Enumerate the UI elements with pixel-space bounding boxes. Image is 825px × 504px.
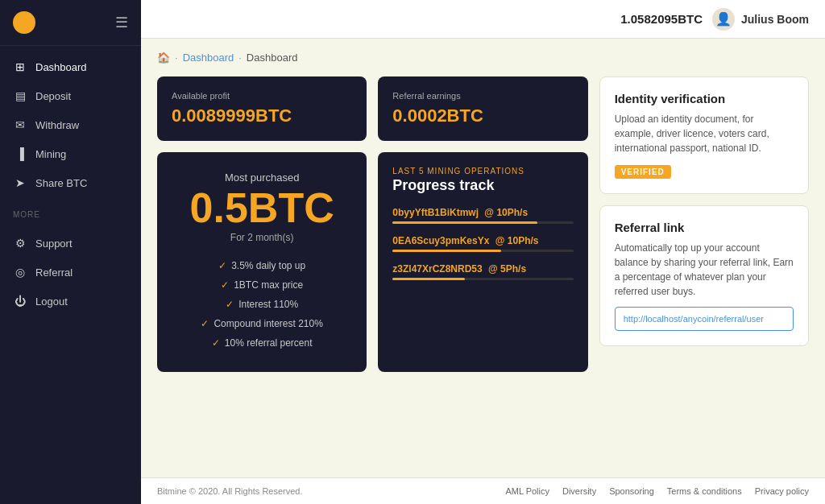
mining-op-id: 0byyYftB1BiKtmwj bbox=[392, 207, 479, 218]
breadcrumb-link-dashboard[interactable]: Dashboard bbox=[183, 52, 234, 64]
mining-op-id: z3Zl47XrCZ8NRD53 bbox=[392, 263, 482, 275]
most-purchased-card: Most purchased 0.5BTC For 2 month(s) ✓3.… bbox=[157, 152, 367, 372]
sidebar-item-support[interactable]: ⚙ Support bbox=[0, 229, 141, 258]
sidebar-item-dashboard[interactable]: ⊞ Dashboard bbox=[0, 52, 141, 81]
dashboard-icon: ⊞ bbox=[13, 60, 27, 73]
sidebar-item-deposit[interactable]: ▤ Deposit bbox=[0, 81, 141, 110]
home-icon: 🏠 bbox=[157, 52, 170, 64]
hamburger-icon[interactable]: ☰ bbox=[115, 14, 128, 31]
referral-link-box[interactable]: http://localhost/anycoin/referral/user bbox=[615, 307, 794, 331]
mining-bar-bg bbox=[392, 278, 573, 280]
footer-link-sponsoring[interactable]: Sponsoring bbox=[609, 486, 654, 496]
main-area: 1.0582095BTC 👤 Julius Boom 🏠 · Dashboard… bbox=[141, 0, 825, 504]
referral-title: Referral link bbox=[615, 221, 794, 234]
progress-title: Progress track bbox=[392, 177, 573, 194]
check-icon: ✓ bbox=[218, 260, 226, 271]
referral-icon: ◎ bbox=[13, 266, 27, 279]
sidebar-item-label: Dashboard bbox=[35, 61, 87, 73]
identity-description: Upload an identity document, for example… bbox=[615, 112, 794, 155]
check-icon: ✓ bbox=[212, 337, 220, 349]
page-content: 🏠 · Dashboard · Dashboard Available prof… bbox=[141, 39, 825, 477]
logout-icon: ⏻ bbox=[13, 295, 27, 308]
breadcrumb-current: Dashboard bbox=[247, 52, 298, 64]
referral-earnings-card: Referral earnings 0.0002BTC bbox=[378, 76, 587, 141]
feature-list: ✓3.5% daily top up ✓1BTC max price ✓Inte… bbox=[176, 256, 347, 353]
feature-item: ✓3.5% daily top up bbox=[176, 256, 347, 275]
sidebar-item-label: Deposit bbox=[35, 90, 71, 102]
most-purchased-label: Most purchased bbox=[176, 171, 347, 184]
logo-icon bbox=[13, 11, 35, 34]
feature-item: ✓10% referral percent bbox=[176, 333, 347, 353]
referral-description: Automatically top up your account balanc… bbox=[615, 241, 794, 299]
mining-operation-3: z3Zl47XrCZ8NRD53 @ 5Ph/s bbox=[392, 263, 573, 280]
feature-item: ✓Interest 110% bbox=[176, 295, 347, 314]
footer-links: AML Policy Diversity Sponsoring Terms & … bbox=[505, 486, 809, 496]
sidebar-item-mining[interactable]: ▐ Mining bbox=[0, 139, 141, 168]
sidebar-item-logout[interactable]: ⏻ Logout bbox=[0, 287, 141, 316]
progress-track-card: LAST 5 MINING OPERATIONS Progress track … bbox=[378, 152, 587, 372]
header-user: 👤 Julius Boom bbox=[712, 8, 809, 31]
sidebar-item-withdraw[interactable]: ✉ Withdraw bbox=[0, 110, 141, 139]
feature-item: ✓Compound interest 210% bbox=[176, 314, 347, 333]
most-purchased-value: 0.5BTC bbox=[176, 187, 347, 229]
check-icon: ✓ bbox=[201, 318, 209, 329]
sidebar-item-referral[interactable]: ◎ Referral bbox=[0, 258, 141, 287]
feature-item: ✓1BTC max price bbox=[176, 275, 347, 295]
withdraw-icon: ✉ bbox=[13, 118, 27, 131]
mining-op-speed: @ 5Ph/s bbox=[488, 263, 526, 275]
nav-main-section: ⊞ Dashboard ▤ Deposit ✉ Withdraw ▐ Minin… bbox=[0, 46, 141, 204]
footer-link-terms[interactable]: Terms & conditions bbox=[667, 486, 742, 496]
sidebar-item-label: Support bbox=[35, 238, 73, 250]
mining-bar-fill bbox=[392, 221, 537, 224]
more-label: MORE bbox=[0, 204, 141, 222]
footer: Bitmine © 2020. All Rights Reserved. AML… bbox=[141, 477, 825, 504]
identity-card: Identity verification Upload an identity… bbox=[599, 76, 809, 194]
footer-link-aml[interactable]: AML Policy bbox=[505, 486, 549, 496]
share-icon: ➤ bbox=[13, 176, 27, 189]
header: 1.0582095BTC 👤 Julius Boom bbox=[141, 0, 825, 39]
breadcrumb: 🏠 · Dashboard · Dashboard bbox=[157, 52, 809, 64]
nav-more-section: ⚙ Support ◎ Referral ⏻ Logout bbox=[0, 222, 141, 322]
avatar: 👤 bbox=[712, 8, 735, 31]
support-icon: ⚙ bbox=[13, 237, 27, 250]
check-icon: ✓ bbox=[226, 299, 234, 310]
sidebar-item-label: Referral bbox=[35, 266, 73, 279]
verified-badge: VERIFIED bbox=[615, 165, 671, 179]
mining-bar-fill bbox=[392, 278, 465, 280]
sidebar-item-label: Share BTC bbox=[35, 177, 87, 189]
sidebar-item-label: Mining bbox=[35, 148, 66, 160]
mining-operation-2: 0EA6Scuy3pmKesYx @ 10Ph/s bbox=[392, 235, 573, 252]
username: Julius Boom bbox=[741, 13, 809, 26]
mining-bar-fill bbox=[392, 250, 501, 252]
dashboard-grid: Available profit 0.0089999BTC Referral e… bbox=[157, 76, 809, 372]
available-profit-label: Available profit bbox=[172, 91, 352, 101]
sidebar-item-label: Logout bbox=[35, 295, 68, 308]
progress-subtitle: LAST 5 MINING OPERATIONS bbox=[392, 167, 573, 176]
right-column: Identity verification Upload an identity… bbox=[599, 76, 809, 372]
sidebar: ☰ ⊞ Dashboard ▤ Deposit ✉ Withdraw ▐ Min… bbox=[0, 0, 141, 504]
available-profit-card: Available profit 0.0089999BTC bbox=[157, 76, 367, 141]
mining-op-id: 0EA6Scuy3pmKesYx bbox=[392, 235, 489, 246]
check-icon: ✓ bbox=[221, 279, 229, 291]
sidebar-item-label: Withdraw bbox=[35, 119, 79, 131]
identity-title: Identity verification bbox=[615, 92, 794, 105]
header-balance: 1.0582095BTC bbox=[620, 12, 703, 26]
mining-operation-1: 0byyYftB1BiKtmwj @ 10Ph/s bbox=[392, 207, 573, 224]
footer-link-privacy[interactable]: Privacy policy bbox=[755, 486, 809, 496]
mining-op-speed: @ 10Ph/s bbox=[484, 207, 528, 218]
deposit-icon: ▤ bbox=[13, 89, 27, 102]
referral-earnings-label: Referral earnings bbox=[392, 91, 573, 101]
sidebar-item-share-btc[interactable]: ➤ Share BTC bbox=[0, 168, 141, 197]
footer-link-diversity[interactable]: Diversity bbox=[562, 486, 596, 496]
footer-copyright: Bitmine © 2020. All Rights Reserved. bbox=[157, 486, 303, 496]
sidebar-logo: ☰ bbox=[0, 0, 141, 46]
mining-icon: ▐ bbox=[13, 147, 27, 160]
available-profit-value: 0.0089999BTC bbox=[172, 105, 352, 126]
most-purchased-duration: For 2 month(s) bbox=[176, 232, 347, 243]
referral-card: Referral link Automatically top up your … bbox=[599, 205, 809, 346]
referral-earnings-value: 0.0002BTC bbox=[392, 105, 573, 126]
mining-bar-bg bbox=[392, 221, 573, 224]
mining-bar-bg bbox=[392, 250, 573, 252]
mining-op-speed: @ 10Ph/s bbox=[495, 235, 539, 246]
